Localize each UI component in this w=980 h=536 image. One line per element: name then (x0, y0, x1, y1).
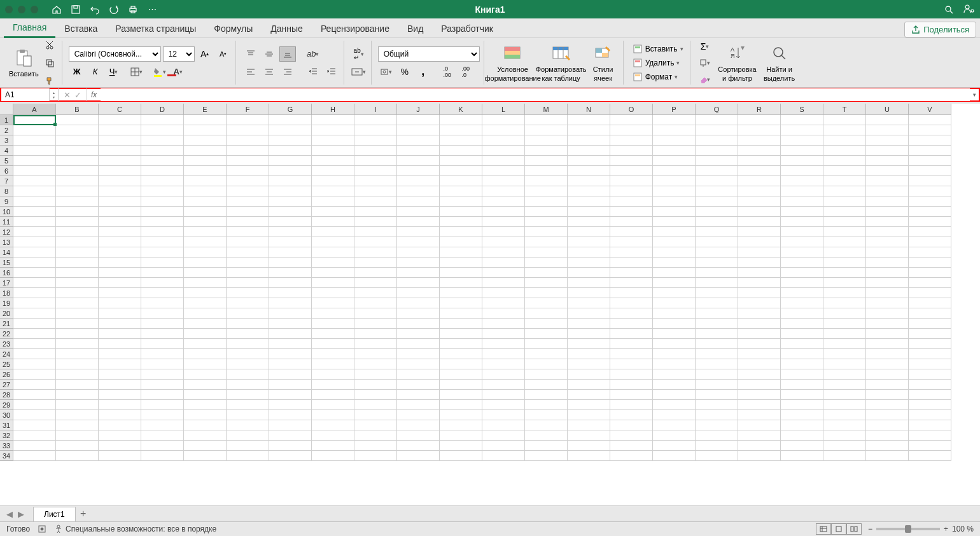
cell-Q15[interactable] (696, 258, 738, 268)
cell-D4[interactable] (141, 146, 184, 156)
cell-H28[interactable] (312, 390, 354, 400)
cell-G34[interactable] (269, 451, 312, 461)
cell-N12[interactable] (568, 227, 610, 237)
cell-H12[interactable] (312, 227, 354, 237)
cell-M8[interactable] (525, 186, 568, 196)
cell-B21[interactable] (56, 319, 99, 329)
cell-O34[interactable] (610, 451, 653, 461)
cell-styles[interactable]: Стили ячеек (587, 43, 619, 82)
cell-L14[interactable] (482, 247, 525, 258)
cell-D8[interactable] (141, 186, 184, 196)
cell-V28[interactable] (909, 390, 951, 400)
cell-F28[interactable] (227, 390, 269, 400)
cell-N21[interactable] (568, 319, 610, 329)
row-header-12[interactable]: 12 (0, 227, 13, 237)
cell-M22[interactable] (525, 329, 568, 339)
fill-color[interactable]: ▾ (151, 64, 168, 79)
cell-V3[interactable] (909, 135, 951, 146)
cell-I25[interactable] (354, 359, 397, 369)
cell-Q6[interactable] (696, 166, 738, 176)
cell-U21[interactable] (866, 319, 909, 329)
cell-D7[interactable] (141, 176, 184, 186)
cell-H34[interactable] (312, 451, 354, 461)
cell-P8[interactable] (653, 186, 696, 196)
cell-G12[interactable] (269, 227, 312, 237)
cell-A18[interactable] (13, 288, 56, 298)
cell-R17[interactable] (738, 278, 781, 288)
cell-U32[interactable] (866, 430, 909, 441)
cell-Q27[interactable] (696, 380, 738, 390)
cell-S29[interactable] (781, 400, 823, 410)
macro-record-icon[interactable] (38, 525, 46, 533)
cell-E11[interactable] (184, 217, 227, 227)
cell-J3[interactable] (397, 135, 440, 146)
cell-O11[interactable] (610, 217, 653, 227)
cell-H2[interactable] (312, 125, 354, 135)
cell-F20[interactable] (227, 308, 269, 319)
cell-U7[interactable] (866, 176, 909, 186)
cell-K19[interactable] (440, 298, 482, 308)
cell-C5[interactable] (99, 156, 141, 166)
cell-F1[interactable] (227, 115, 269, 125)
cell-O3[interactable] (610, 135, 653, 146)
cell-P34[interactable] (653, 451, 696, 461)
cell-L33[interactable] (482, 441, 525, 451)
view-page-break[interactable] (846, 523, 862, 535)
cell-S3[interactable] (781, 135, 823, 146)
cell-M14[interactable] (525, 247, 568, 258)
cell-T29[interactable] (823, 400, 866, 410)
cell-G13[interactable] (269, 237, 312, 247)
cell-F25[interactable] (227, 359, 269, 369)
cell-B18[interactable] (56, 288, 99, 298)
cell-K30[interactable] (440, 410, 482, 420)
search-icon[interactable] (943, 4, 955, 15)
cell-O2[interactable] (610, 125, 653, 135)
name-box-dropdown[interactable]: ▴▾ (50, 88, 59, 101)
copy-button[interactable] (41, 55, 58, 71)
delete-cells[interactable]: Удалить▾ (630, 57, 686, 69)
cell-N9[interactable] (568, 196, 610, 207)
column-header-G[interactable]: G (269, 104, 312, 115)
cell-M18[interactable] (525, 288, 568, 298)
cell-G1[interactable] (269, 115, 312, 125)
cell-P16[interactable] (653, 268, 696, 278)
cell-A5[interactable] (13, 156, 56, 166)
wrap-text[interactable]: ab↵▾ (351, 46, 367, 62)
cell-Q18[interactable] (696, 288, 738, 298)
cell-C28[interactable] (99, 390, 141, 400)
cell-F26[interactable] (227, 369, 269, 380)
minimize-window[interactable] (18, 6, 25, 13)
row-header-16[interactable]: 16 (0, 268, 13, 278)
cell-S26[interactable] (781, 369, 823, 380)
cell-N8[interactable] (568, 186, 610, 196)
cell-H26[interactable] (312, 369, 354, 380)
cell-T17[interactable] (823, 278, 866, 288)
cell-S2[interactable] (781, 125, 823, 135)
row-header-13[interactable]: 13 (0, 237, 13, 247)
cell-J16[interactable] (397, 268, 440, 278)
cell-E19[interactable] (184, 298, 227, 308)
cell-A25[interactable] (13, 359, 56, 369)
cell-B34[interactable] (56, 451, 99, 461)
cell-M34[interactable] (525, 451, 568, 461)
cell-G14[interactable] (269, 247, 312, 258)
cell-N16[interactable] (568, 268, 610, 278)
cell-I8[interactable] (354, 186, 397, 196)
cell-I18[interactable] (354, 288, 397, 298)
cell-K1[interactable] (440, 115, 482, 125)
cell-I30[interactable] (354, 410, 397, 420)
row-header-31[interactable]: 31 (0, 420, 13, 430)
row-header-15[interactable]: 15 (0, 258, 13, 268)
cell-U8[interactable] (866, 186, 909, 196)
cell-R32[interactable] (738, 430, 781, 441)
font-name-select[interactable]: Calibri (Основной... (69, 46, 161, 62)
cell-D6[interactable] (141, 166, 184, 176)
cell-E26[interactable] (184, 369, 227, 380)
indent-decrease[interactable] (305, 64, 321, 79)
cut-button[interactable] (41, 38, 58, 53)
cell-R24[interactable] (738, 349, 781, 359)
align-right[interactable] (279, 64, 296, 79)
row-header-4[interactable]: 4 (0, 146, 13, 156)
cell-A10[interactable] (13, 207, 56, 217)
cell-C21[interactable] (99, 319, 141, 329)
